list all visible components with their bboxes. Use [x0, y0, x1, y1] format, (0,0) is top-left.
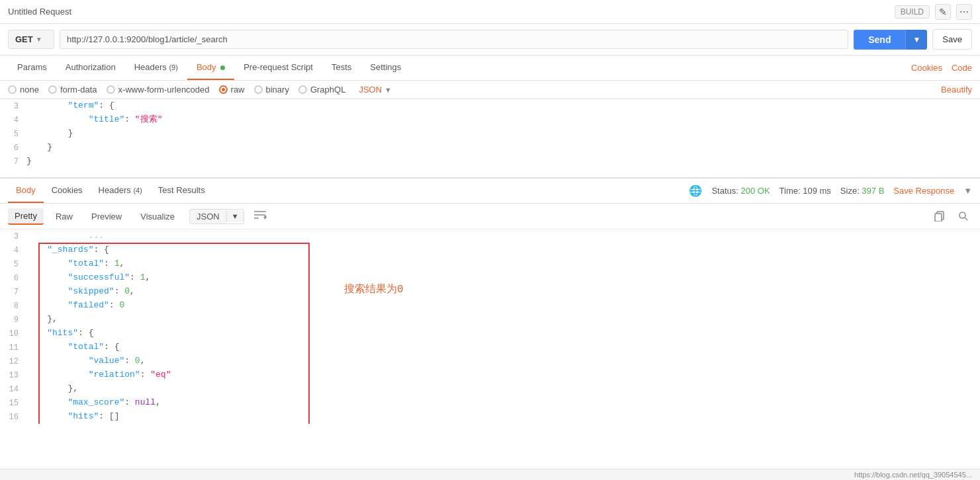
wrap-icon[interactable] [253, 209, 267, 224]
format-select-label: JSON [190, 210, 226, 223]
code-line-6: 6 } [0, 141, 980, 155]
search-icon[interactable] [955, 208, 972, 225]
response-format-bar: Pretty Raw Preview Visualize JSON ▼ [0, 204, 980, 229]
annotation-search-result: 搜索结果为0 [344, 282, 404, 296]
tab-params[interactable]: Params [8, 56, 56, 80]
status-code: 200 OK [740, 186, 770, 196]
resp-line-8: 8 "failed": 0 [0, 299, 980, 313]
tab-prerequest[interactable]: Pre-request Script [234, 56, 322, 80]
resp-line-11: 11 "total": { [0, 340, 980, 354]
svg-point-5 [959, 212, 965, 218]
resp-tab-testresults[interactable]: Test Results [150, 179, 213, 203]
resp-line-7: 7 "skipped": 0, [0, 285, 980, 299]
resp-line-9: 9 }, [0, 313, 980, 327]
cookies-link[interactable]: Cookies [911, 63, 942, 73]
radio-urlencoded [107, 85, 115, 94]
size-label: Size: 397 B [840, 186, 885, 196]
save-response-button[interactable]: Save Response [893, 186, 954, 196]
format-tab-visualize[interactable]: Visualize [134, 209, 181, 224]
resp-line-4: 4 "_shards": { [0, 243, 980, 257]
code-line-4: 4 "title": "搜索" [0, 113, 980, 127]
response-tabs-bar: Body Cookies Headers (4) Test Results 🌐 … [0, 179, 980, 204]
radio-formdata [48, 85, 57, 94]
method-label: GET [15, 34, 33, 44]
code-link[interactable]: Code [952, 63, 972, 73]
resp-line-13: 13 "relation": "eq" [0, 368, 980, 382]
json-format-select[interactable]: JSON ▼ [359, 85, 392, 95]
resp-line-15: 15 "max_score": null, [0, 396, 980, 410]
title-bar-actions: BUILD ✎ ⋯ [895, 4, 972, 20]
radio-graphql [298, 85, 307, 94]
send-dropdown-button[interactable]: ▼ [905, 30, 927, 50]
status-label: Status: 200 OK [711, 186, 770, 196]
save-response-dropdown[interactable]: ▼ [963, 186, 972, 196]
more-icon[interactable]: ⋯ [956, 4, 972, 20]
time-label: Time: 109 ms [780, 186, 831, 196]
resp-line-14: 14 }, [0, 382, 980, 396]
send-button[interactable]: Send [854, 30, 905, 50]
globe-icon[interactable]: 🌐 [689, 184, 702, 197]
tab-body[interactable]: Body [187, 56, 234, 80]
body-type-binary[interactable]: binary [254, 85, 289, 95]
tab-tests[interactable]: Tests [322, 56, 361, 80]
tab-right-actions: Cookies Code [911, 63, 972, 73]
radio-raw [219, 85, 228, 94]
headers-badge: (9) [169, 63, 177, 71]
body-type-none[interactable]: none [8, 85, 39, 95]
format-tab-raw[interactable]: Raw [49, 209, 79, 224]
format-bar-right-actions [931, 208, 972, 225]
resp-tab-cookies[interactable]: Cookies [44, 179, 91, 203]
response-meta: 🌐 Status: 200 OK Time: 109 ms Size: 397 … [689, 184, 972, 197]
method-dropdown-arrow: ▼ [36, 36, 42, 43]
svg-line-6 [965, 218, 967, 220]
body-type-formdata[interactable]: form-data [48, 85, 97, 95]
url-input[interactable] [60, 30, 848, 49]
radio-none [8, 85, 17, 94]
radio-binary [254, 85, 263, 94]
resp-line-6: 6 "successful": 1, [0, 271, 980, 285]
title-bar: Untitled Request BUILD ✎ ⋯ [0, 0, 980, 24]
svg-rect-4 [935, 214, 942, 221]
response-format-select[interactable]: JSON ▼ [189, 209, 244, 224]
send-button-group: Send ▼ [854, 30, 927, 50]
resp-tab-body[interactable]: Body [8, 179, 44, 203]
json-dropdown-arrow[interactable]: ▼ [384, 86, 392, 94]
request-tabs: Params Authorization Headers (9) Body Pr… [0, 56, 980, 81]
code-line-3: 3 "term": { [0, 99, 980, 113]
save-button[interactable]: Save [932, 29, 972, 50]
tab-headers[interactable]: Headers (9) [125, 56, 187, 80]
edit-icon[interactable]: ✎ [935, 4, 951, 20]
resp-line-12: 12 "value": 0, [0, 354, 980, 368]
body-active-dot [220, 65, 225, 70]
tab-authorization[interactable]: Authorization [56, 56, 125, 80]
format-tab-pretty[interactable]: Pretty [8, 208, 44, 225]
format-tab-preview[interactable]: Preview [85, 209, 128, 224]
tab-settings[interactable]: Settings [361, 56, 410, 80]
window-title: Untitled Request [8, 7, 71, 17]
beautify-button[interactable]: Beautify [941, 85, 972, 95]
body-type-urlencoded[interactable]: x-www-form-urlencoded [107, 85, 210, 95]
body-type-bar: none form-data x-www-form-urlencoded raw… [0, 81, 980, 99]
method-select[interactable]: GET ▼ [8, 30, 54, 49]
response-body: 3 ... 4 "_shards": { 5 "total": 1, 6 "su… [0, 229, 980, 424]
body-type-raw[interactable]: raw [219, 85, 245, 95]
request-code-editor[interactable]: 3 "term": { 4 "title": "搜索" 5 } 6 } 7 } [0, 99, 980, 179]
copy-icon[interactable] [931, 208, 948, 225]
code-line-5: 5 } [0, 127, 980, 141]
resp-line-3: 3 ... [0, 229, 980, 243]
code-line-7: 7 } [0, 155, 980, 169]
resp-line-5: 5 "total": 1, [0, 257, 980, 271]
build-button[interactable]: BUILD [895, 5, 930, 19]
resp-tab-headers[interactable]: Headers (4) [91, 179, 150, 203]
response-code-area[interactable]: 3 ... 4 "_shards": { 5 "total": 1, 6 "su… [0, 229, 980, 424]
url-bar: GET ▼ Send ▼ Save [0, 24, 980, 56]
format-select-arrow[interactable]: ▼ [226, 210, 244, 222]
resp-line-10: 10 "hits": { [0, 327, 980, 340]
resp-headers-badge: (4) [133, 186, 142, 194]
resp-line-16: 16 "hits": [] [0, 410, 980, 424]
body-type-graphql[interactable]: GraphQL [298, 85, 345, 95]
